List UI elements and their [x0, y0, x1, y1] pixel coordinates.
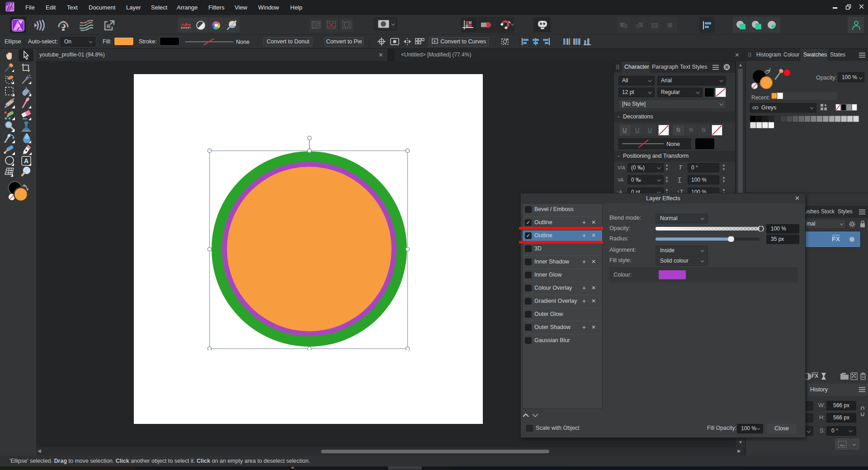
svg-text:None: None — [666, 141, 680, 147]
svg-text:A: A — [24, 157, 28, 164]
svg-text:None: None — [236, 39, 250, 45]
